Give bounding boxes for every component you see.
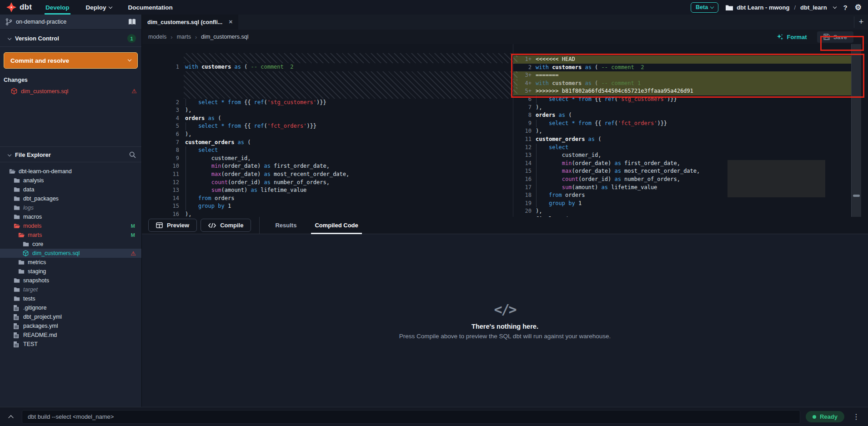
tree-item-core[interactable]: core (0, 240, 141, 249)
tree-item-analysis[interactable]: analysis (0, 176, 141, 185)
tree-item-dbt-learn-on-demand[interactable]: dbt-learn-on-demand (0, 167, 141, 176)
tree-item-label: packages.yml (23, 323, 58, 329)
code-line[interactable]: 12 count(order_id) as number_of_orders, (142, 179, 513, 187)
code-line[interactable]: 21final as ( (513, 216, 851, 217)
tree-item-marts[interactable]: martsM (0, 231, 141, 240)
format-button[interactable]: Format (777, 34, 807, 40)
code-line[interactable]: 4orders as ( (142, 115, 513, 123)
code-line[interactable]: 19 group by 1 (513, 200, 851, 208)
dbt-logo[interactable]: dbt (0, 0, 40, 15)
tree-item-metrics[interactable]: metrics (0, 258, 141, 267)
code-line[interactable]: 7), (513, 104, 851, 112)
tree-item-packages-yml[interactable]: packages.yml (0, 321, 141, 331)
code-line[interactable]: 13 sum(amount) as lifetime_value (142, 186, 513, 195)
tree-item-logs[interactable]: logs (0, 203, 141, 212)
code-line[interactable]: 1+<<<<<<< HEAD (513, 55, 851, 64)
tree-item-readme-md[interactable]: README.md (0, 331, 141, 340)
code-text: ), (184, 130, 191, 139)
tree-item-data[interactable]: data (0, 185, 141, 194)
save-button[interactable]: Save (817, 31, 853, 43)
code-line[interactable]: 4+with customers as ( -- comment 1 (513, 80, 851, 88)
code-line[interactable]: 6 select * from {{ ref('stg_customers')}… (513, 95, 851, 104)
scrollbar-handle[interactable] (853, 195, 860, 197)
file-icon (14, 314, 20, 320)
code-line[interactable]: 2 select * from {{ ref('stg_customers')}… (142, 99, 513, 107)
editor-tab-bar: dim_customers.sql (confli... ✕ + (142, 15, 868, 30)
tab-compiled-code[interactable]: Compiled Code (306, 217, 367, 234)
editor-tab[interactable]: dim_customers.sql (confli... ✕ (142, 15, 238, 30)
code-line[interactable]: 14 from orders (142, 195, 513, 203)
code-line[interactable]: 9 select * from {{ ref('fct_orders')}} (513, 120, 851, 128)
line-number: 16 (142, 210, 184, 217)
tree-item-snapshots[interactable]: snapshots (0, 276, 141, 285)
breadcrumb-separator: › (171, 34, 172, 40)
code-line[interactable]: 5 select * from {{ ref('fct_orders')}} (142, 122, 513, 130)
close-icon[interactable]: ✕ (229, 19, 233, 25)
kebab-menu-icon[interactable]: ⋮ (850, 412, 863, 421)
new-tab-button[interactable]: + (854, 15, 868, 30)
tree-item-models[interactable]: modelsM (0, 221, 141, 231)
tree-item-dbt-packages[interactable]: dbt_packages (0, 194, 141, 203)
code-line[interactable]: 3+======= (513, 71, 851, 80)
commit-and-resolve-button[interactable]: Commit and resolve (4, 52, 138, 69)
tree-item-macros[interactable]: macros (0, 212, 141, 221)
code-line[interactable]: 20), (513, 207, 851, 216)
code-line[interactable]: 10 min(order_date) as first_order_date, (142, 162, 513, 170)
beta-badge[interactable]: Beta (691, 2, 718, 13)
settings-gear-icon[interactable]: ⚙ (855, 3, 862, 12)
search-icon[interactable] (129, 151, 136, 158)
code-line[interactable]: 10), (513, 127, 851, 135)
indent-guide (536, 151, 537, 160)
code-line[interactable]: 11customer_orders as ( (513, 135, 851, 144)
chevron-up-icon[interactable] (8, 415, 13, 420)
code-line[interactable]: 3), (142, 106, 513, 115)
tree-item-test[interactable]: TEST (0, 340, 141, 349)
divider (259, 217, 260, 234)
chevron-down-icon (108, 5, 112, 9)
indent-guide (536, 120, 537, 128)
code-text: ), (184, 106, 191, 115)
tree-item-dim-customers-sql[interactable]: dim_customers.sql⚠ (0, 249, 141, 258)
code-line[interactable]: 13 customer_id, (513, 151, 851, 160)
code-text: orders as ( (184, 115, 221, 123)
code-line[interactable]: 1with customers as ( -- comment 2 (142, 63, 513, 71)
help-icon[interactable]: ? (843, 4, 848, 11)
code-line[interactable]: 11 max(order_date) as most_recent_order_… (142, 170, 513, 179)
code-line[interactable]: 7customer_orders as ( (142, 139, 513, 147)
branch-row[interactable]: on-demand-practice (0, 15, 141, 30)
empty-hover-overlay (728, 160, 825, 197)
project-selector[interactable]: dbt Learn - mwong / dbt_learn (726, 4, 836, 11)
code-line[interactable]: 2with customers as ( -- comment 2 (513, 64, 851, 72)
chevron-down-icon (710, 5, 714, 8)
breadcrumb-item[interactable]: marts (177, 34, 191, 40)
tree-item-dbt-project-yml[interactable]: dbt_project.yml (0, 312, 141, 321)
changed-file-row[interactable]: dim_customers.sql ⚠ (0, 86, 141, 96)
editor-pane-left[interactable]: 1with customers as ( -- comment 22 selec… (142, 44, 513, 217)
code-line[interactable]: 16), (142, 210, 513, 217)
tree-item-target[interactable]: target (0, 285, 141, 294)
version-control-header[interactable]: Version Control 1 (0, 30, 141, 46)
tree-item-label: data (23, 186, 34, 193)
code-line[interactable]: 5+>>>>>>> b81f802a66fd544504c65721e3ffaa… (513, 87, 851, 95)
breadcrumb-item[interactable]: dim_customers.sql (201, 34, 248, 40)
preview-button[interactable]: Preview (148, 219, 197, 232)
file-explorer-header[interactable]: File Explorer (0, 147, 141, 162)
editor-scrollbar[interactable] (851, 44, 861, 217)
tree-item--gitignore[interactable]: .gitignore (0, 303, 141, 312)
code-line[interactable]: 8orders as ( (513, 111, 851, 120)
nav-develop[interactable]: Develop (40, 0, 75, 15)
docs-book-icon[interactable] (128, 19, 136, 25)
code-line[interactable]: 9 customer_id, (142, 155, 513, 163)
compile-button[interactable]: Compile (201, 219, 251, 232)
breadcrumb-item[interactable]: models (148, 34, 166, 40)
tree-item-staging[interactable]: staging (0, 267, 141, 276)
code-line[interactable]: 15 group by 1 (142, 202, 513, 210)
code-line[interactable]: 6), (142, 130, 513, 139)
code-line[interactable]: 8 select (142, 146, 513, 155)
tree-item-tests[interactable]: tests (0, 294, 141, 303)
tab-results[interactable]: Results (266, 217, 306, 234)
nav-deploy[interactable]: Deploy (80, 0, 117, 15)
nav-documentation[interactable]: Documentation (123, 0, 178, 15)
command-input[interactable] (22, 410, 800, 424)
code-line[interactable]: 12 select (513, 144, 851, 152)
